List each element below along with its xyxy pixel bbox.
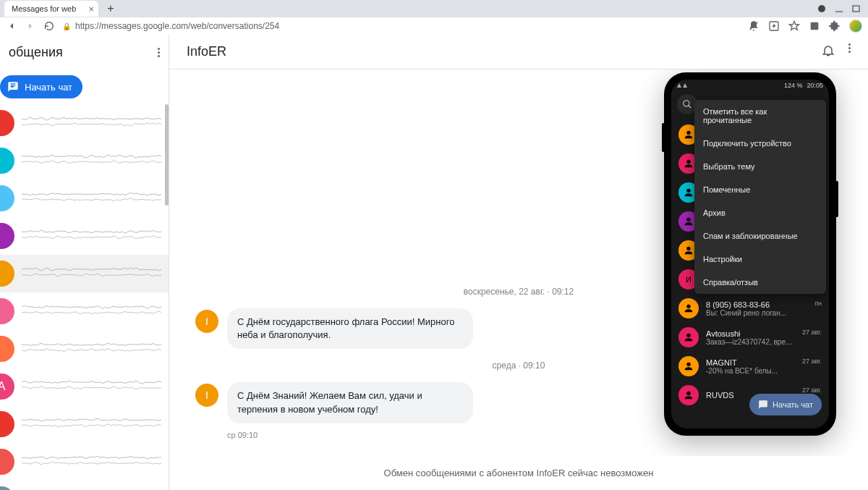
conversation-item[interactable] xyxy=(0,142,169,179)
conversation-preview xyxy=(22,185,161,207)
phone-menu-item[interactable]: Отметить все как прочитанные xyxy=(694,100,826,132)
conversation-avatar xyxy=(0,336,14,362)
conversation-item[interactable] xyxy=(0,104,169,142)
battery-text: 124 % xyxy=(784,82,803,89)
phone-conv-preview: Заказ—iz24370742, время д... xyxy=(706,338,795,346)
conversation-list[interactable]: A xyxy=(0,104,169,490)
phone-start-chat-button[interactable]: Начать чат xyxy=(749,394,822,415)
svg-rect-1 xyxy=(853,6,859,12)
message-bubble: С Днём государственного флага России! Ми… xyxy=(227,308,473,349)
phone-menu-item[interactable]: Архив xyxy=(694,201,826,224)
phone-conv-name: 8 (905) 683-83-66 xyxy=(706,300,807,309)
phone-menu-item[interactable]: Выбрать тему xyxy=(694,155,826,178)
tab-close-icon[interactable]: × xyxy=(88,4,94,14)
time-text: 20:05 xyxy=(807,82,823,89)
conversation-avatar xyxy=(0,110,14,136)
profile-avatar[interactable] xyxy=(849,20,862,33)
conversation-preview xyxy=(22,223,161,245)
svg-point-13 xyxy=(686,363,690,366)
phone-conv-time: 27 авг. xyxy=(802,386,822,394)
chat-body[interactable]: воскресенье, 22 авг. · 09:12 I С Днём го… xyxy=(169,69,868,456)
scrollbar-thumb[interactable] xyxy=(165,104,169,206)
conversation-preview xyxy=(22,148,161,169)
new-tab-button[interactable]: + xyxy=(104,2,117,15)
chat-menu-button[interactable] xyxy=(848,43,851,60)
message-avatar: I xyxy=(195,384,218,407)
star-icon[interactable] xyxy=(788,20,800,32)
address-bar[interactable]: 🔒 https://messages.google.com/web/conver… xyxy=(62,21,279,31)
conversation-preview xyxy=(22,110,161,132)
extensions-icon[interactable] xyxy=(829,20,841,32)
conversation-avatar xyxy=(0,486,14,490)
conversation-avatar xyxy=(0,449,14,475)
forward-button[interactable] xyxy=(25,20,36,32)
phone-conversation-item[interactable]: Avtosushi Заказ—iz24370742, время д... 2… xyxy=(671,323,829,352)
sidebar-menu-button[interactable] xyxy=(158,48,160,57)
svg-point-0 xyxy=(818,5,825,12)
conversation-avatar xyxy=(0,261,14,287)
conversation-avatar xyxy=(0,223,14,249)
phone-menu-item[interactable]: Настройки xyxy=(694,248,826,271)
phone-menu-item[interactable]: Спам и заблокированные xyxy=(694,224,826,248)
conversation-item[interactable] xyxy=(0,179,169,217)
conversation-item[interactable] xyxy=(0,330,169,368)
conversation-preview xyxy=(22,298,161,320)
phone-menu-item[interactable]: Помеченные xyxy=(694,178,826,201)
conversation-preview xyxy=(22,336,161,358)
svg-point-9 xyxy=(686,218,690,221)
back-button[interactable] xyxy=(6,20,17,32)
phone-conv-name: MAGNIT xyxy=(706,358,795,367)
conversation-preview xyxy=(22,486,161,490)
phone-menu-item[interactable]: Справка/отзыв xyxy=(694,271,826,294)
maximize-icon[interactable] xyxy=(852,4,861,13)
message-bubble: С Днём Знаний! Желаем Вам сил, удачи и т… xyxy=(227,382,473,423)
svg-point-14 xyxy=(686,392,690,395)
browser-tab[interactable]: Messages for web × xyxy=(4,1,98,17)
phone-fab-label: Начать чат xyxy=(773,400,813,409)
message-row: I С Днём Знаний! Желаем Вам сил, удачи и… xyxy=(195,382,586,423)
reload-button[interactable] xyxy=(43,20,55,32)
minimize-icon[interactable] xyxy=(835,4,843,13)
chrome-account-icon[interactable] xyxy=(817,4,826,13)
phone-menu-item[interactable]: Подключить устройство xyxy=(694,132,826,155)
bell-icon[interactable] xyxy=(821,43,835,60)
footer-warning: Обмен сообщениями с абонентом InfoER сей… xyxy=(169,456,868,490)
browser-toolbar: 🔒 https://messages.google.com/web/conver… xyxy=(0,17,868,35)
conversation-avatar: A xyxy=(0,373,14,400)
svg-point-5 xyxy=(684,101,689,106)
url-text: https://messages.google.com/web/conversa… xyxy=(75,21,279,31)
chat-header: InfoER xyxy=(169,35,868,69)
phone-conv-time: пн xyxy=(814,300,822,307)
phone-mockup: 124 % 20:05 Отметить все как прочитанные… xyxy=(664,72,836,436)
phone-conversation-item[interactable]: MAGNIT -20% на ВСЕ* белы... 27 авг. xyxy=(671,352,829,381)
svg-point-11 xyxy=(686,305,690,308)
phone-context-menu: Отметить все как прочитанныеПодключить у… xyxy=(694,100,826,294)
phone-conv-name: Avtosushi xyxy=(706,329,795,338)
svg-rect-4 xyxy=(811,22,819,30)
notification-icon[interactable] xyxy=(748,20,760,32)
phone-status-bar: 124 % 20:05 xyxy=(671,80,829,91)
browser-chrome: Messages for web × + 🔒 https://messages.… xyxy=(0,0,868,35)
start-chat-label: Начать чат xyxy=(25,82,72,93)
phone-conversation-item[interactable]: 8 (905) 683-83-66 Вы: Синий рено логан..… xyxy=(671,294,829,323)
start-chat-button[interactable]: Начать чат xyxy=(0,75,82,98)
tab-bar: Messages for web × + xyxy=(0,0,868,17)
conversation-item[interactable] xyxy=(0,443,169,481)
phone-conv-preview: -20% на ВСЕ* белы... xyxy=(706,367,795,375)
sidebar: общения Начать чат A xyxy=(0,35,169,490)
conversation-item[interactable] xyxy=(0,255,169,292)
tab-title: Messages for web xyxy=(12,4,76,13)
conversation-item[interactable]: A xyxy=(0,368,169,405)
phone-conversation-avatar xyxy=(678,356,699,376)
message-avatar: I xyxy=(195,310,218,333)
phone-conversation-avatar xyxy=(678,385,699,405)
conversation-item[interactable] xyxy=(0,481,169,490)
sidebar-title: общения xyxy=(9,45,63,60)
ext1-icon[interactable] xyxy=(809,20,820,32)
conversation-avatar xyxy=(0,298,14,324)
svg-point-10 xyxy=(686,247,690,250)
conversation-item[interactable] xyxy=(0,217,169,255)
conversation-item[interactable] xyxy=(0,292,169,330)
conversation-item[interactable] xyxy=(0,405,169,443)
install-icon[interactable] xyxy=(768,20,780,32)
